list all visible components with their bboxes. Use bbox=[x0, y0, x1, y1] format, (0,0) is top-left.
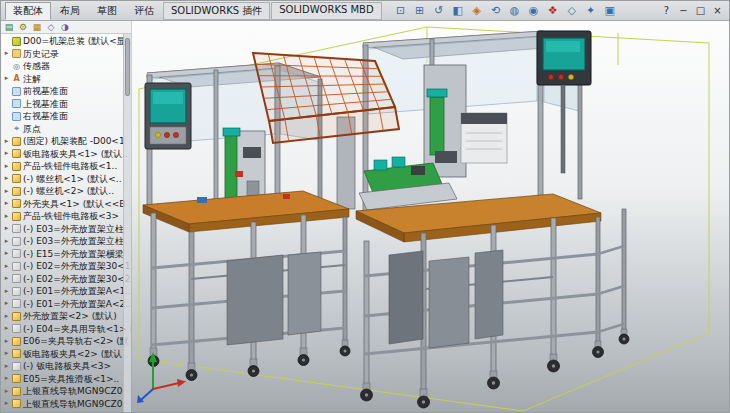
expand-arrow-icon[interactable]: ▸ bbox=[3, 75, 10, 82]
toolbar-icon[interactable]: ◍ bbox=[507, 3, 523, 18]
tree-item[interactable]: ▸ E05=夹具推滑板<1>.. bbox=[1, 373, 131, 386]
expand-arrow-icon[interactable]: ▸ bbox=[3, 163, 10, 170]
tree-item[interactable]: ▸ (-) E02=外壳放置架30<1 bbox=[1, 260, 131, 273]
estop-button bbox=[173, 132, 178, 137]
expand-arrow-icon[interactable]: ▸ bbox=[3, 175, 10, 182]
commandmanager-tab[interactable]: 装配体 bbox=[5, 2, 51, 20]
toolbar-icon[interactable]: ❖ bbox=[545, 3, 561, 18]
toolbar-icon[interactable]: ⟲ bbox=[488, 3, 504, 18]
commandmanager-tab[interactable]: SOLIDWORKS MBD bbox=[271, 2, 381, 20]
toolbar-icon[interactable]: ◉ bbox=[526, 3, 542, 18]
expand-arrow-icon[interactable]: ▸ bbox=[3, 50, 10, 57]
expand-arrow-icon[interactable]: ▸ bbox=[3, 200, 10, 207]
window-control-button[interactable]: × bbox=[710, 4, 725, 18]
commandmanager-tab[interactable]: 布局 bbox=[52, 2, 88, 20]
commandmanager-tab[interactable]: 评估 bbox=[126, 2, 162, 20]
toolbar-icon[interactable]: ↺ bbox=[431, 3, 447, 18]
tree-item[interactable]: 上视基准面 bbox=[1, 98, 131, 111]
panel-tab[interactable]: ◇ bbox=[45, 22, 57, 33]
tree-scrollbar[interactable] bbox=[123, 34, 131, 412]
tree-item-label: 原点 bbox=[23, 123, 41, 135]
parts-basket[interactable] bbox=[253, 53, 399, 143]
toolbar-icon[interactable]: ◈ bbox=[469, 3, 485, 18]
expand-arrow-icon[interactable]: ▸ bbox=[3, 313, 10, 320]
expand-arrow-icon[interactable]: ▸ bbox=[3, 250, 10, 257]
expand-arrow-icon[interactable]: ▸ bbox=[3, 188, 10, 195]
expand-arrow-icon[interactable]: ▸ bbox=[3, 150, 10, 157]
tree-item[interactable]: 传感器 bbox=[1, 60, 131, 73]
tree-scrollbar-thumb[interactable] bbox=[125, 38, 130, 96]
tree-item[interactable]: ▸ (-) E03=外壳放置架立柱 bbox=[1, 235, 131, 248]
tree-item[interactable]: ▸ 产品-铁钮件电路板<1.. bbox=[1, 160, 131, 173]
commandmanager-tab[interactable]: SOLIDWORKS 插件 bbox=[163, 2, 270, 20]
toolbar-icon[interactable]: ◇ bbox=[564, 3, 580, 18]
tree-item[interactable]: 前视基准面 bbox=[1, 85, 131, 98]
expand-arrow-icon[interactable]: ▸ bbox=[3, 388, 10, 395]
tree-item[interactable]: ▸ 钣电路板夹具<2> (默认 bbox=[1, 348, 131, 361]
tree-item[interactable]: 原点 bbox=[1, 123, 131, 136]
tree-item-label: (-) E01=外壳放置架A<1.. bbox=[23, 285, 131, 297]
expand-arrow-icon[interactable]: ▸ bbox=[3, 288, 10, 295]
toolbar-icon[interactable]: ✦ bbox=[583, 3, 599, 18]
tree-item[interactable]: ▸ 历史记录 bbox=[1, 48, 131, 61]
tree-item[interactable]: ▸ (-) E03=外壳放置架立柱 bbox=[1, 223, 131, 236]
commandmanager-tab[interactable]: 草图 bbox=[89, 2, 125, 20]
tree-item[interactable]: D00=机架总装 (默认<显.. bbox=[1, 35, 131, 48]
expand-arrow-icon[interactable]: ▸ bbox=[3, 225, 10, 232]
toolbar-icon[interactable]: ⊞ bbox=[412, 3, 428, 18]
tree-item[interactable]: ▸ (-) E01=外壳放置架A<1.. bbox=[1, 285, 131, 298]
expand-arrow-icon[interactable]: ▸ bbox=[3, 325, 10, 332]
hmi-panel-left[interactable] bbox=[145, 83, 191, 149]
expand-arrow-icon[interactable]: ▸ bbox=[3, 338, 10, 345]
tree-item-label: 右视基准面 bbox=[23, 110, 68, 122]
expand-arrow-icon[interactable]: ▸ bbox=[3, 375, 10, 382]
tree-item[interactable]: ▸ 注解 bbox=[1, 73, 131, 86]
panel-tab[interactable]: ▦ bbox=[31, 22, 43, 33]
window-control-button[interactable]: □ bbox=[693, 4, 708, 18]
tree-item[interactable]: ▸ E06=夹具导轨右<2> (默 bbox=[1, 335, 131, 348]
tree-item[interactable]: ▸ (-) 螺丝机<2> (默认.. bbox=[1, 185, 131, 198]
window-control-button[interactable]: ? bbox=[659, 4, 674, 18]
tree-item-icon bbox=[12, 262, 21, 271]
tree-item[interactable]: ▸ (-) E15=外壳放置架横梁 bbox=[1, 248, 131, 261]
tree-item[interactable]: ▸ (固定) 机架装配 -D00<1 bbox=[1, 135, 131, 148]
tree-item[interactable]: ▸ 产品-铁钮件电路板<3> bbox=[1, 210, 131, 223]
panel-tab[interactable]: ▤ bbox=[3, 22, 15, 33]
toolbar-icon[interactable]: ◧ bbox=[450, 3, 466, 18]
tree-item-icon bbox=[12, 287, 21, 296]
expand-arrow-icon[interactable]: ▸ bbox=[3, 400, 10, 407]
tree-item[interactable]: ▸ 上银直线导轨MGN9CZ0 bbox=[1, 385, 131, 398]
tree-item[interactable]: ▸ 外壳放置架<2> (默认) bbox=[1, 310, 131, 323]
tree-item[interactable]: ▸ (-) 钣电路板夹具<3> bbox=[1, 360, 131, 373]
tree-item-label: E05=夹具推滑板<1>.. bbox=[23, 373, 119, 385]
tree-item[interactable]: ▸ (-) E02=外壳放置架30<2 bbox=[1, 273, 131, 286]
expand-arrow-icon[interactable]: ▸ bbox=[3, 138, 10, 145]
tree-item-icon bbox=[12, 124, 21, 133]
expand-arrow-icon[interactable]: ▸ bbox=[3, 275, 10, 282]
expand-arrow-icon[interactable]: ▸ bbox=[3, 363, 10, 370]
tree-item-label: D00=机架总装 (默认<显.. bbox=[23, 35, 131, 47]
tree-item-icon bbox=[12, 362, 21, 371]
tree-item-label: 传感器 bbox=[23, 60, 50, 72]
tree-item[interactable]: ▸ (-) E04=夹具用导轨<1> (默 bbox=[1, 323, 131, 336]
expand-arrow-icon[interactable]: ▸ bbox=[3, 300, 10, 307]
expand-arrow-icon[interactable]: ▸ bbox=[3, 263, 10, 270]
panel-tab[interactable]: ⚙ bbox=[17, 22, 29, 33]
tree-item[interactable]: 右视基准面 bbox=[1, 110, 131, 123]
window-control-button[interactable]: − bbox=[676, 4, 691, 18]
panel-tab[interactable]: ◑ bbox=[59, 22, 71, 33]
tree-item[interactable]: ▸ 外壳夹具<1> (默认<<B bbox=[1, 198, 131, 211]
tree-item[interactable]: ▸ (-) 螺丝机<1> (默认<.. bbox=[1, 173, 131, 186]
tree-item-label: E06=夹具导轨右<2> (默 bbox=[23, 335, 129, 347]
expand-arrow-icon[interactable]: ▸ bbox=[3, 350, 10, 357]
controller-box[interactable] bbox=[461, 113, 507, 163]
toolbar-icon[interactable]: ▣ bbox=[602, 3, 618, 18]
press-tower[interactable] bbox=[424, 65, 466, 177]
toolbar-icon[interactable]: ⊡ bbox=[393, 3, 409, 18]
expand-arrow-icon[interactable]: ▸ bbox=[3, 213, 10, 220]
tree-item-icon bbox=[12, 374, 21, 383]
expand-arrow-icon[interactable]: ▸ bbox=[3, 238, 10, 245]
tree-item[interactable]: ▸ 上银直线导轨MGN9CZ0 bbox=[1, 398, 131, 411]
tree-item[interactable]: ▸ 钣电路板夹具<1> (默认.. bbox=[1, 148, 131, 161]
tree-item[interactable]: ▸ (-) E01=外壳放置架A<2.. bbox=[1, 298, 131, 311]
